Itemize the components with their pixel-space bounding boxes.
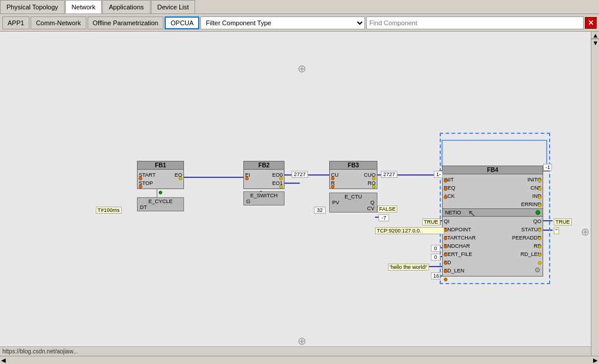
fb4-qo-value: TRUE bbox=[554, 218, 572, 225]
tab-network[interactable]: Network bbox=[65, 0, 102, 14]
fb3-title: FB3 bbox=[330, 161, 377, 170]
fb4-pin-ack bbox=[444, 196, 447, 199]
fb4-port-status: STATUS bbox=[512, 225, 541, 234]
fb4-pin-inito bbox=[538, 179, 541, 183]
fb3-pv-value: 32 bbox=[314, 207, 326, 214]
fb4-pin-peeraddr bbox=[538, 245, 541, 248]
fb4-inito-out-label: -1 bbox=[543, 164, 552, 171]
fb1-sub-label: E_CYCLE bbox=[140, 198, 181, 204]
nav-up-arrow[interactable]: ⊕ bbox=[297, 62, 306, 75]
tab-physical-topology[interactable]: Physical Topology bbox=[0, 0, 65, 14]
fb3-q-value: FALSE bbox=[377, 205, 397, 213]
fb2-pin-eo1 bbox=[279, 185, 283, 188]
scroll-up-arrow[interactable]: ▲ bbox=[591, 32, 599, 39]
fb4-pin-init bbox=[444, 179, 447, 183]
fb3-block[interactable]: FB3 CU R CUO RO bbox=[329, 161, 377, 189]
fb4-netio-row: NETIO bbox=[443, 208, 543, 217]
fb3-pin-cuo bbox=[372, 177, 376, 180]
scroll-left-arrow[interactable]: ◀ bbox=[0, 357, 7, 363]
fb2-body: EI EO0 EO1 bbox=[244, 170, 284, 188]
canvas-area: ⊕ ⊕ ⊕ FB1 START STOP EO E_CYCLE DT T#100… bbox=[0, 32, 599, 364]
fb2-sub-label: E_SWITCH bbox=[246, 193, 282, 198]
btn-app1[interactable]: APP1 bbox=[2, 16, 29, 29]
fb3-sub[interactable]: E_CTU PV Q CV bbox=[329, 193, 377, 213]
fb4-gear-icon[interactable]: ⚙ bbox=[534, 266, 541, 274]
tab-device-list[interactable]: Device List bbox=[151, 0, 196, 14]
fb4-pin-status bbox=[538, 237, 541, 240]
fb1-sub-pin bbox=[159, 191, 162, 194]
fb4-pin-errind bbox=[538, 204, 541, 207]
fb4-sd-value: 0 bbox=[431, 245, 440, 252]
btn-offline-param[interactable]: Offline Parametrization bbox=[88, 16, 164, 29]
url-bar: https://blog.csdn.net/aojiaw... bbox=[0, 346, 591, 356]
fb2-title: FB2 bbox=[244, 161, 284, 170]
horizontal-scrollbar[interactable]: ◀ ▶ bbox=[0, 356, 599, 364]
tab-applications[interactable]: Applications bbox=[102, 0, 150, 14]
fb4-pin-req bbox=[444, 187, 447, 191]
fb4-netio-pin bbox=[536, 210, 540, 215]
fb4-port-qi: QI bbox=[444, 217, 476, 225]
fb4-event-ports: INIT REQ ACK INITO CNF IND ERRIND bbox=[443, 174, 543, 208]
fb4-status-value: " bbox=[554, 227, 559, 234]
fb4-endpoint-value: TCP:9200:127.0.0. bbox=[375, 227, 444, 234]
fb1-sub[interactable]: E_CYCLE DT bbox=[137, 197, 184, 211]
fb4-pin-certfile bbox=[444, 261, 447, 265]
fb2-pin-eo0 bbox=[279, 177, 283, 180]
fb1-body: START STOP EO bbox=[138, 170, 183, 188]
fb3-cv-label: CV bbox=[367, 205, 374, 211]
fb4-data-ports: QI ENDPOINT STARTCHAR ENDCHAR CERT_FILE … bbox=[443, 217, 543, 276]
fb1-dt-label: DT bbox=[140, 204, 147, 210]
fb2-g-label: G bbox=[246, 198, 282, 204]
fb4-port-sd: SD bbox=[444, 258, 476, 267]
fb2-block[interactable]: FB2 EI EO0 EO1 bbox=[243, 161, 285, 189]
fb3-cv-row: CV bbox=[332, 205, 374, 211]
fb4-port-endpoint: ENDPOINT bbox=[444, 225, 476, 234]
fb3-cv-value: -7 bbox=[379, 214, 389, 221]
fb4-port-certfile: CERT_FILE bbox=[444, 250, 476, 258]
fb2-sub[interactable]: E_SWITCH G bbox=[243, 191, 285, 205]
fb1-pin-eo-dot bbox=[179, 177, 182, 180]
fb4-msg-value: 'hello the world!' bbox=[388, 264, 429, 271]
fb4-init-in-label: 1- bbox=[434, 171, 443, 178]
fb4-port-qo: QO bbox=[512, 217, 541, 225]
fb4-pin-cnf bbox=[538, 187, 541, 191]
fb3-pv-label: PV bbox=[332, 200, 339, 205]
fb4-port-rdlen: RD_LEN bbox=[512, 250, 541, 258]
filter-component-type[interactable]: Filter Component Type bbox=[200, 16, 365, 29]
fb4-left-data-ports: QI ENDPOINT STARTCHAR ENDCHAR CERT_FILE … bbox=[444, 217, 478, 275]
url-text: https://blog.csdn.net/aojiaw... bbox=[2, 348, 78, 355]
fb3-pin-ro bbox=[372, 185, 376, 188]
scroll-right-arrow[interactable]: ▶ bbox=[592, 357, 599, 363]
fb4-netio-label: NETIO bbox=[445, 210, 461, 215]
fb3-q-label: Q bbox=[370, 200, 374, 205]
fb3-sub-label: E_CTU bbox=[332, 194, 374, 200]
fb2-pin-ei bbox=[245, 177, 249, 180]
fb4-pin-rdlen bbox=[538, 261, 541, 265]
btn-opcua[interactable]: OPCUA bbox=[165, 16, 199, 29]
top-tab-bar: Physical Topology Network Applications D… bbox=[0, 0, 599, 14]
close-find-button[interactable]: ✕ bbox=[585, 17, 597, 29]
scroll-down-arrow[interactable]: ▼ bbox=[591, 39, 599, 46]
vertical-scrollbar[interactable]: ▲ ▼ bbox=[591, 32, 599, 356]
wire-2727-1: 2727 bbox=[292, 171, 308, 178]
fb4-sdlen-value: 0 bbox=[431, 254, 440, 261]
fb1-sub-body: DT bbox=[140, 204, 181, 210]
fb4-qi-value: TRUE bbox=[422, 218, 440, 225]
fb4-pin-ind bbox=[538, 196, 541, 199]
fb4-pin-sd bbox=[444, 269, 447, 273]
fb4-pin-sdlen bbox=[444, 278, 447, 281]
fb4-block[interactable]: FB4 INIT REQ ACK INITO CNF IND ERRIND NE… bbox=[442, 166, 543, 277]
nav-right-arrow[interactable]: ⊕ bbox=[581, 225, 590, 238]
btn-comm-network[interactable]: Comm-Network bbox=[31, 16, 86, 29]
fb3-body: CU R CUO RO bbox=[330, 170, 377, 188]
find-component-input[interactable] bbox=[366, 16, 584, 29]
fb4-pin-qo bbox=[538, 228, 541, 232]
fb1-block[interactable]: FB1 START STOP EO bbox=[137, 161, 184, 189]
fb4-16-value: 16 bbox=[431, 272, 440, 279]
fb4-port-rd: RD bbox=[512, 242, 541, 250]
nav-down-arrow[interactable]: ⊕ bbox=[297, 335, 306, 348]
fb4-pin-rd bbox=[538, 253, 541, 257]
fb4-port-endchar: ENDCHAR bbox=[444, 242, 476, 250]
fb4-title: FB4 bbox=[443, 166, 543, 174]
fb1-title: FB1 bbox=[138, 161, 183, 170]
